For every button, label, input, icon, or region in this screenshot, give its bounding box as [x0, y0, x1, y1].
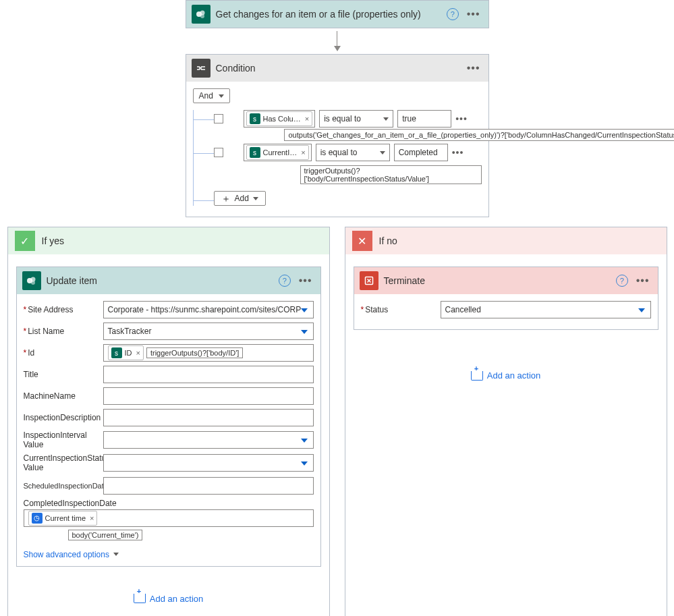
remove-token-icon[interactable]: ×	[300, 148, 305, 157]
show-advanced-options-link[interactable]: Show advanced options	[24, 550, 314, 559]
svg-point-5	[31, 281, 35, 285]
dynamic-token[interactable]: s Has Colu… ×	[246, 111, 313, 126]
branch-if-no: ✕ If no Terminate ? Status	[345, 227, 667, 616]
branch-title: If no	[379, 235, 397, 246]
help-icon[interactable]: ?	[616, 275, 628, 287]
expression-text: body('Current_time')	[68, 530, 143, 540]
field-label: Status	[361, 305, 437, 314]
condition-row: s CurrentI… × is equal to Completed	[214, 144, 482, 161]
more-icon[interactable]	[634, 275, 652, 287]
expression-tooltip: outputs('Get_changes_for_an_item_or_a_fi…	[284, 129, 675, 141]
field-label: ScheduledInspectionDate	[24, 482, 99, 490]
clock-icon: ◷	[32, 513, 43, 524]
field-label: Id	[24, 348, 99, 358]
add-action-icon	[471, 371, 483, 381]
add-condition-row: ＋ Add	[214, 191, 482, 206]
list-name-dropdown[interactable]: TaskTracker	[103, 323, 314, 340]
sharepoint-icon	[192, 5, 210, 24]
add-condition-button[interactable]: ＋ Add	[214, 191, 266, 206]
add-action-button[interactable]: Add an action	[134, 594, 204, 604]
group-operator-dropdown[interactable]: And	[193, 88, 230, 103]
title-input[interactable]	[103, 366, 314, 383]
field-label: Site Address	[24, 305, 99, 314]
dynamic-token[interactable]: s ID ×	[108, 345, 144, 360]
add-action-icon	[134, 594, 146, 603]
check-icon: ✓	[15, 231, 35, 251]
step-update-item[interactable]: Update item ? Site Address Corporate - h…	[16, 267, 321, 567]
inspection-interval-dropdown[interactable]	[103, 431, 314, 449]
field-label: Title	[24, 370, 99, 379]
scheduled-date-input[interactable]	[103, 477, 314, 495]
id-input[interactable]: s ID × triggerOutputs()?['body/ID']	[103, 344, 314, 362]
step-title: Update item	[47, 275, 273, 286]
chevron-down-icon	[253, 197, 258, 200]
operand-left[interactable]: s Has Colu… ×	[244, 110, 316, 128]
help-icon[interactable]: ?	[447, 8, 459, 20]
step-title: Get changes for an item or a file (prope…	[216, 9, 441, 20]
show-advanced-label: Show advanced options	[24, 550, 109, 559]
remove-token-icon[interactable]: ×	[88, 514, 94, 522]
remove-token-icon[interactable]: ×	[135, 349, 140, 357]
field-label: CompletedInspectionDate	[24, 499, 314, 508]
token-label: ID	[125, 349, 132, 357]
row-more-icon[interactable]	[455, 113, 468, 124]
operand-left[interactable]: s CurrentI… ×	[244, 144, 312, 161]
field-label: MachineName	[24, 391, 99, 401]
expression-text: triggerOutputs()?['body/ID']	[146, 347, 243, 358]
terminate-status-dropdown[interactable]: Cancelled	[441, 301, 651, 318]
close-icon: ✕	[352, 231, 372, 251]
chevron-down-icon	[219, 94, 224, 98]
more-icon[interactable]	[296, 275, 315, 287]
completed-date-input[interactable]: ◷ Current time ×	[24, 509, 314, 527]
condition-title: Condition	[216, 63, 459, 74]
field-label: CurrentInspectionStatus Value	[24, 453, 99, 473]
terminate-icon	[360, 271, 378, 290]
collapse-toggle[interactable]	[214, 148, 223, 157]
condition-icon	[192, 59, 210, 78]
dynamic-token[interactable]: s CurrentI… ×	[246, 145, 309, 160]
group-operator-label: And	[199, 91, 213, 101]
arrow-down-icon	[0, 31, 674, 51]
svg-point-2	[200, 14, 204, 18]
expression-text: triggerOutputs()?['body/CurrentInspectio…	[300, 165, 482, 184]
dynamic-token[interactable]: ◷ Current time ×	[28, 511, 98, 526]
chevron-down-icon	[113, 553, 119, 556]
more-icon[interactable]	[464, 8, 483, 20]
step-terminate[interactable]: Terminate ? Status Cancelled	[354, 267, 658, 330]
add-label: Add	[235, 194, 249, 203]
step-get-changes[interactable]: Get changes for an item or a file (prope…	[186, 0, 489, 28]
machine-name-input[interactable]	[103, 387, 314, 405]
field-label: InspectionDescription	[24, 413, 99, 422]
row-more-icon[interactable]	[452, 147, 464, 158]
collapse-toggle[interactable]	[214, 114, 223, 123]
operand-right[interactable]: true	[397, 110, 451, 128]
branch-if-yes: ✓ If yes Update item ? Site Add	[7, 227, 330, 616]
operator-dropdown[interactable]: is equal to	[319, 110, 393, 128]
add-action-button[interactable]: Add an action	[471, 370, 541, 381]
site-address-dropdown[interactable]: Corporate - https://sunmc.sharepoint.com…	[103, 301, 314, 318]
operator-dropdown[interactable]: is equal to	[316, 144, 390, 161]
condition-row: s Has Colu… × is equal to true	[214, 110, 482, 128]
step-condition[interactable]: Condition And s Has Colu… ×	[186, 54, 489, 217]
token-label: Current time	[45, 514, 86, 522]
add-action-label: Add an action	[150, 594, 204, 604]
plus-icon: ＋	[221, 194, 231, 203]
field-label: InspectionInterval Value	[24, 430, 99, 449]
current-status-dropdown[interactable]	[103, 454, 314, 472]
token-label: CurrentI…	[263, 148, 298, 157]
more-icon[interactable]	[464, 62, 483, 74]
operand-right[interactable]: Completed	[394, 144, 448, 161]
step-title: Terminate	[384, 275, 611, 286]
sharepoint-icon: s	[111, 347, 122, 358]
field-label: List Name	[24, 327, 99, 336]
branch-title: If yes	[42, 235, 64, 246]
sharepoint-icon	[22, 271, 41, 290]
sharepoint-icon: s	[250, 113, 260, 124]
inspection-description-input[interactable]	[103, 409, 314, 426]
token-label: Has Colu…	[263, 115, 301, 123]
add-action-label: Add an action	[487, 370, 541, 381]
remove-token-icon[interactable]: ×	[304, 115, 309, 123]
help-icon[interactable]: ?	[279, 275, 291, 287]
sharepoint-icon: s	[250, 147, 260, 158]
